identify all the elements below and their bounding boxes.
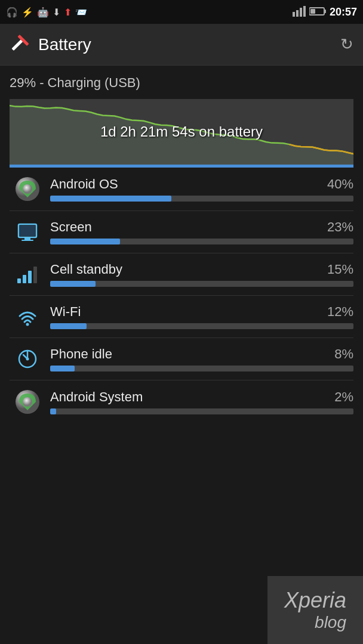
battery-item-cell-standby[interactable]: Cell standby 15% [10,253,353,296]
svg-rect-1 [296,10,299,17]
header-left: Battery [10,34,91,55]
screen-percent: 23% [327,219,353,235]
watermark-sub: blog [284,613,346,632]
usb-icon: ⚡ [21,7,33,18]
phone-idle-icon [10,348,45,370]
battery-item-android-system[interactable]: Android System 2% [10,380,353,423]
app-header: Battery ↻ [0,24,363,66]
battery-item-phone-idle[interactable]: Phone idle 8% [10,338,353,380]
cell-standby-content: Cell standby 15% [45,262,353,287]
svg-rect-15 [17,278,21,283]
battery-item-screen[interactable]: Screen 23% [10,211,353,253]
cell-standby-name: Cell standby [50,262,122,277]
android-os-content: Android OS 40% [45,177,353,202]
page-title: Battery [38,35,91,54]
battery-icon [309,7,326,18]
cell-standby-percent: 15% [327,262,353,277]
wifi-progress-fill [50,323,87,329]
svg-rect-5 [324,10,326,13]
status-time: 20:57 [330,6,357,18]
screen-icon [10,221,45,243]
screen-progress-track [50,239,353,244]
status-icons-right: 20:57 [293,6,357,18]
battery-graph: 1d 2h 21m 54s on battery [10,99,353,165]
wifi-percent: 12% [327,304,353,320]
watermark-brand: Xperia [284,588,346,613]
cell-standby-progress-fill [50,281,96,287]
android-system-icon [10,389,45,415]
screen-content: Screen 23% [45,219,353,244]
refresh-button[interactable]: ↻ [340,35,353,54]
android-os-progress-track [50,196,353,202]
wifi-name: Wi-Fi [50,304,81,320]
screen-progress-fill [50,239,120,244]
svg-rect-12 [24,237,30,240]
android-os-percent: 40% [327,177,353,192]
cell-standby-icon [10,263,45,286]
svg-rect-17 [28,271,32,283]
svg-rect-18 [33,267,37,283]
svg-rect-3 [303,6,306,17]
cell-standby-progress-track [50,281,353,287]
battery-item-wifi[interactable]: Wi-Fi 12% [10,296,353,338]
battery-item-android-os[interactable]: Android OS 40% [10,168,353,211]
android-system-percent: 2% [334,389,353,405]
svg-rect-14 [20,225,35,236]
wifi-icon [10,305,45,328]
phone-idle-content: Phone idle 8% [45,346,353,371]
charge-status: 29% - Charging (USB) [10,75,353,91]
download-icon: ⬇ [53,7,60,18]
signal-icon [293,6,306,18]
android-system-content: Android System 2% [45,389,353,414]
phone-idle-name: Phone idle [50,346,112,362]
notif-icon: 📨 [75,7,87,18]
wifi-progress-track [50,323,353,329]
android-os-progress-fill [50,196,171,202]
svg-rect-0 [293,12,295,17]
svg-point-19 [26,323,29,326]
android-system-progress-track [50,408,353,414]
status-icons-left: 🎧 ⚡ 🤖 ⬇ ⬆ 📨 [6,7,87,18]
upload-icon: ⬆ [64,7,72,18]
screen-name: Screen [50,219,92,235]
battery-items: Android OS 40% Screen [10,168,353,423]
phone-idle-progress-fill [50,366,75,371]
wifi-content: Wi-Fi 12% [45,304,353,329]
svg-point-10 [23,184,32,194]
tools-icon [10,34,31,55]
android-os-icon [10,176,45,202]
main-content: 29% - Charging (USB) 1d 2h 21m 54s on ba… [0,66,363,423]
status-bar: 🎧 ⚡ 🤖 ⬇ ⬆ 📨 20:57 [0,0,363,24]
android-icon: 🤖 [37,7,49,18]
phone-idle-progress-track [50,366,353,371]
svg-rect-2 [300,8,302,17]
android-system-name: Android System [50,389,143,405]
android-os-name: Android OS [50,177,118,192]
watermark: Xperia blog [267,576,363,644]
svg-rect-6 [310,9,315,14]
svg-rect-16 [23,275,26,283]
svg-rect-13 [21,240,33,241]
headphones-icon: 🎧 [6,7,18,18]
svg-point-24 [23,397,32,407]
graph-label: 1d 2h 21m 54s on battery [100,123,263,140]
svg-rect-7 [11,39,23,50]
phone-idle-percent: 8% [334,346,353,362]
android-system-progress-fill [50,408,56,414]
